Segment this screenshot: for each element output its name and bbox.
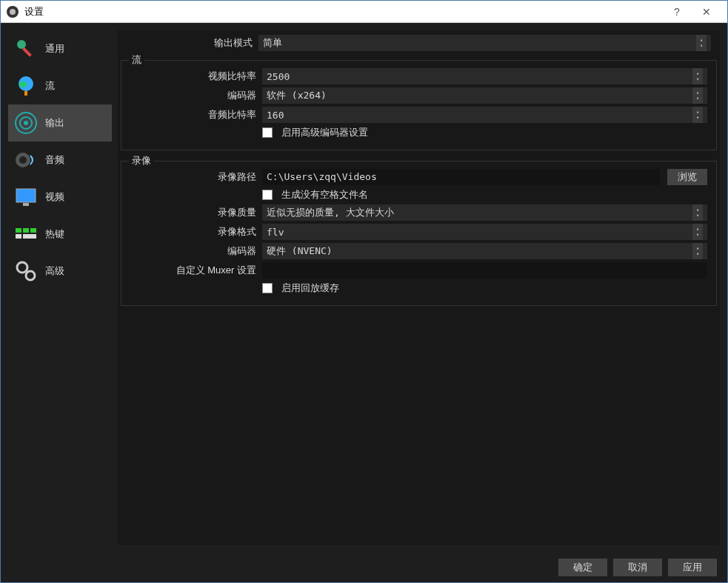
- svg-rect-12: [16, 228, 21, 233]
- row-muxer: 自定义 Muxer 设置: [124, 261, 713, 280]
- audio-bitrate-select[interactable]: 160 ▴▾: [262, 107, 707, 123]
- svg-rect-1: [22, 47, 32, 57]
- sidebar-item-label: 输出: [45, 116, 64, 130]
- nospace-label: 生成没有空格文件名: [281, 188, 368, 201]
- svg-point-3: [19, 81, 27, 87]
- nospace-checkbox[interactable]: [262, 190, 273, 200]
- updown-icon: ▴▾: [692, 87, 703, 104]
- output-mode-select[interactable]: 简单 ▴▾: [258, 35, 711, 51]
- sidebar-item-stream[interactable]: 流: [8, 67, 112, 104]
- fieldset-record: 录像 录像路径 C:\Users\zqq\Videos 浏览 生成没有空格文件名: [121, 161, 717, 306]
- wrench-icon: [14, 37, 38, 61]
- row-record-path: 录像路径 C:\Users\zqq\Videos 浏览: [124, 167, 713, 187]
- record-encoder-select[interactable]: 硬件 (NVENC) ▴▾: [262, 243, 707, 259]
- fieldset-legend: 流: [129, 53, 144, 67]
- sidebar-item-label: 音频: [45, 153, 64, 167]
- sidebar: 通用 流 输出 音频: [8, 30, 112, 545]
- svg-rect-14: [30, 228, 36, 233]
- record-quality-label: 录像质量: [130, 206, 256, 219]
- sidebar-item-advanced[interactable]: 高级: [8, 253, 112, 290]
- record-encoder-label: 编码器: [130, 244, 256, 258]
- sidebar-item-label: 视频: [45, 190, 64, 204]
- sidebar-item-label: 高级: [45, 264, 64, 278]
- updown-icon: ▴▾: [692, 224, 703, 240]
- select-value: 近似无损的质量, 大文件大小: [267, 206, 394, 219]
- updown-icon: ▴▾: [692, 107, 703, 123]
- sidebar-item-video[interactable]: 视频: [8, 179, 112, 216]
- record-format-select[interactable]: flv ▴▾: [262, 224, 707, 240]
- row-output-mode: 输出模式 简单 ▴▾: [121, 33, 717, 53]
- fieldset-legend: 录像: [129, 154, 154, 167]
- broadcast-icon: [14, 111, 38, 135]
- fieldset-stream: 流 视频比特率 2500 ▴▾ 编码器 软件 (x264): [121, 60, 717, 150]
- updown-icon: ▴▾: [692, 243, 703, 259]
- row-record-quality: 录像质量 近似无损的质量, 大文件大小 ▴▾: [124, 203, 713, 222]
- svg-rect-10: [16, 189, 36, 202]
- sidebar-item-general[interactable]: 通用: [8, 30, 112, 67]
- sidebar-item-label: 通用: [45, 42, 64, 56]
- row-audio-bitrate: 音频比特率 160 ▴▾: [124, 105, 713, 124]
- svg-point-17: [17, 262, 27, 273]
- sidebar-item-label: 流: [45, 79, 55, 93]
- svg-point-7: [24, 121, 28, 125]
- row-record-format: 录像格式 flv ▴▾: [124, 222, 713, 241]
- main-panel: 输出模式 简单 ▴▾ 流 视频比特率 2500 ▴▾: [118, 30, 720, 545]
- select-value: 简单: [263, 36, 282, 50]
- row-stream-encoder: 编码器 软件 (x264) ▴▾: [124, 86, 713, 105]
- sidebar-item-hotkeys[interactable]: 热键: [8, 216, 112, 253]
- svg-point-18: [26, 271, 35, 280]
- record-quality-select[interactable]: 近似无损的质量, 大文件大小 ▴▾: [262, 204, 707, 221]
- audio-bitrate-label: 音频比特率: [130, 108, 256, 121]
- row-record-encoder: 编码器 硬件 (NVENC) ▴▾: [124, 241, 713, 261]
- select-value: 硬件 (NVENC): [267, 244, 333, 258]
- muxer-input[interactable]: [262, 262, 707, 279]
- cancel-button[interactable]: 取消: [613, 559, 662, 576]
- svg-rect-13: [23, 228, 29, 233]
- updown-icon: ▴▾: [696, 35, 707, 51]
- output-mode-label: 输出模式: [127, 36, 253, 50]
- body: 通用 流 输出 音频: [1, 23, 727, 553]
- video-bitrate-label: 视频比特率: [130, 70, 256, 83]
- row-replay: 启用回放缓存: [124, 280, 713, 296]
- row-stream-advanced: 启用高级编码器设置: [124, 124, 713, 141]
- stream-advanced-label: 启用高级编码器设置: [281, 126, 368, 139]
- svg-rect-11: [23, 203, 29, 206]
- titlebar: 设置 ? ✕: [1, 1, 727, 23]
- record-path-label: 录像路径: [130, 170, 256, 184]
- svg-point-9: [19, 156, 27, 164]
- replay-checkbox[interactable]: [262, 283, 273, 293]
- footer: 确定 取消 应用: [1, 553, 727, 582]
- help-button[interactable]: ?: [662, 6, 692, 18]
- close-button[interactable]: ✕: [692, 6, 721, 18]
- replay-label: 启用回放缓存: [281, 281, 339, 295]
- gears-icon: [14, 259, 38, 283]
- stream-advanced-checkbox[interactable]: [262, 127, 273, 138]
- monitor-icon: [14, 185, 38, 209]
- svg-rect-4: [24, 91, 27, 96]
- svg-point-0: [17, 40, 26, 49]
- select-value: 软件 (x264): [267, 89, 327, 102]
- updown-icon: ▴▾: [692, 68, 703, 84]
- app-icon: [7, 6, 19, 18]
- muxer-label: 自定义 Muxer 设置: [130, 264, 256, 277]
- sidebar-item-label: 热键: [45, 227, 64, 241]
- settings-window: 设置 ? ✕ 通用 流 输出: [0, 0, 728, 583]
- updown-icon: ▴▾: [692, 204, 703, 221]
- record-format-label: 录像格式: [130, 225, 256, 239]
- ok-button[interactable]: 确定: [558, 559, 607, 576]
- select-value: flv: [267, 227, 284, 238]
- speaker-icon: [14, 148, 38, 172]
- stream-encoder-label: 编码器: [130, 89, 256, 102]
- globe-icon: [14, 74, 38, 98]
- apply-button[interactable]: 应用: [668, 559, 717, 576]
- record-path-input[interactable]: C:\Users\zqq\Videos: [262, 169, 660, 185]
- video-bitrate-spin[interactable]: 2500 ▴▾: [262, 68, 707, 84]
- sidebar-item-output[interactable]: 输出: [8, 104, 112, 141]
- keyboard-icon: [14, 222, 38, 246]
- browse-button[interactable]: 浏览: [667, 169, 707, 185]
- sidebar-item-audio[interactable]: 音频: [8, 141, 112, 179]
- row-nospace: 生成没有空格文件名: [124, 187, 713, 203]
- svg-rect-16: [23, 234, 36, 239]
- spin-value: 2500: [267, 71, 692, 82]
- stream-encoder-select[interactable]: 软件 (x264) ▴▾: [262, 87, 707, 104]
